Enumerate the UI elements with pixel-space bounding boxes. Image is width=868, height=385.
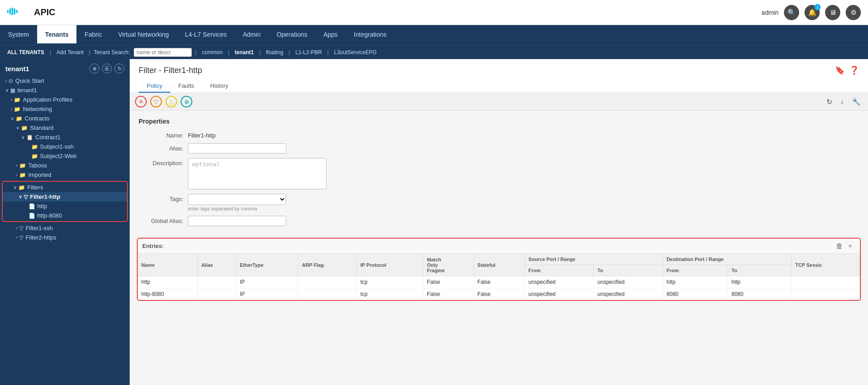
sidebar-item-label: http-8080: [38, 212, 62, 219]
name-value: Filter1-http: [188, 130, 216, 139]
monitor-button[interactable]: 🖥: [825, 5, 840, 20]
search-button[interactable]: 🔍: [784, 5, 799, 20]
sidebar-item-http-8080[interactable]: 📄 http-8080: [3, 211, 127, 220]
help-icon[interactable]: ❓: [849, 65, 859, 75]
filter-icon: ▽: [19, 235, 23, 241]
form-row-global-alias: Global Alias:: [139, 216, 859, 226]
nav-integrations[interactable]: Integrations: [346, 25, 394, 45]
tenant-icon: ▦: [10, 87, 15, 94]
cell-ethertype: IP: [236, 276, 298, 288]
sidebar-item-imported[interactable]: › 📁 Imported: [0, 170, 130, 180]
nav-admin[interactable]: Admin: [235, 25, 269, 45]
sidebar-icon-add[interactable]: ⊕: [89, 64, 99, 73]
settings-button[interactable]: ⚙: [846, 5, 861, 20]
entries-table: Name Alias EtherType ARP Flag IP Protoco…: [138, 254, 860, 300]
folder-icon: 📁: [18, 184, 25, 191]
sidebar-item-contract1[interactable]: ∨ 📋 Contract1: [0, 133, 130, 142]
chevron-icon: ›: [16, 163, 17, 168]
chevron-icon: ∨: [19, 194, 22, 199]
entries-delete-button[interactable]: 🗑: [834, 242, 845, 250]
sidebar-item-taboos[interactable]: › 📁 Taboos: [0, 161, 130, 170]
cell-match-only: False: [423, 288, 474, 300]
tags-select[interactable]: [188, 194, 286, 205]
toolbar: ✕ ▽ △ ⊕ ↻ ↓ 🔧: [130, 93, 868, 111]
header-right: admin 🔍 🔔 1 🖥 ⚙: [762, 5, 861, 20]
nav-tenants[interactable]: Tenants: [37, 25, 77, 45]
description-label: Description:: [139, 158, 188, 167]
folder-icon: 📁: [31, 153, 38, 159]
bookmark-icon[interactable]: 🔖: [835, 65, 845, 75]
toolbar-btn-red[interactable]: ✕: [135, 96, 147, 107]
col-sub-src-from: From: [525, 265, 594, 276]
sidebar-header: tenant1 ⊕ ☰ ↻: [0, 59, 130, 76]
col-sub-dst-from: From: [663, 265, 728, 276]
sidebar-item-tenant1[interactable]: ∨ ▦ tenant1: [0, 86, 130, 95]
tenant-l1-l2-pbr[interactable]: L1-L2-PBR: [293, 49, 323, 56]
col-header-tcp-session: TCP Sessic: [792, 254, 860, 276]
sidebar-item-app-profiles[interactable]: › 📁 Application Profiles: [0, 95, 130, 104]
col-sub-dst-to: To: [728, 265, 792, 276]
nav-operations[interactable]: Operations: [269, 25, 315, 45]
sidebar-icon-list[interactable]: ☰: [102, 64, 112, 73]
sidebar-item-filters[interactable]: ∨ 📁 Filters: [3, 183, 127, 192]
description-textarea[interactable]: optional: [188, 158, 326, 189]
sidebar-icons: ⊕ ☰ ↻: [89, 64, 124, 73]
sidebar-item-label: Filters: [27, 184, 43, 191]
sidebar-item-networking[interactable]: › 📁 Networking: [0, 104, 130, 114]
notifications-button[interactable]: 🔔 1: [804, 5, 820, 20]
download-button[interactable]: ↓: [838, 97, 846, 107]
toolbar-btn-yellow[interactable]: △: [165, 96, 177, 107]
nav-apps[interactable]: Apps: [315, 25, 346, 45]
sidebar-item-label: Subject2-Web: [40, 153, 76, 159]
sidebar-item-subject2-web[interactable]: 📁 Subject2-Web: [0, 151, 130, 161]
cell-stateful: False: [474, 276, 525, 288]
global-alias-label: Global Alias:: [139, 216, 188, 224]
sidebar-item-filter1-http[interactable]: ∨ ▽ Filter1-http: [3, 192, 127, 201]
tab-faults[interactable]: Faults: [170, 80, 202, 93]
tenant-common[interactable]: common: [200, 49, 224, 56]
filter-icon: ▽: [24, 194, 28, 200]
cell-tcp-session: [792, 288, 860, 300]
sidebar-item-contracts[interactable]: ∨ 📁 Contracts: [0, 114, 130, 123]
sidebar-item-filter1-ssh[interactable]: › ▽ Filter1-ssh: [0, 223, 130, 233]
folder-icon: 📁: [14, 97, 21, 103]
refresh-button[interactable]: ↻: [825, 97, 834, 107]
all-tenants-link[interactable]: ALL TENANTS: [5, 49, 46, 56]
add-tenant-button[interactable]: Add Tenant: [55, 49, 85, 56]
sidebar-item-subject1-ssh[interactable]: 📁 Subject1-ssh: [0, 142, 130, 151]
svg-rect-3: [14, 8, 15, 14]
nav-virtual-networking[interactable]: Virtual Networking: [110, 25, 177, 45]
svg-rect-0: [7, 10, 8, 13]
sidebar-item-filter2-https[interactable]: › ▽ Filter2-https: [0, 233, 130, 242]
tenant-search-input[interactable]: [134, 48, 192, 57]
global-alias-input[interactable]: [188, 216, 286, 226]
cell-src-to: unspecified: [594, 288, 663, 300]
sidebar-icon-refresh[interactable]: ↻: [114, 64, 124, 73]
nav-system[interactable]: System: [0, 25, 37, 45]
toolbar-right: ↻ ↓ 🔧: [825, 97, 863, 107]
sidebar-item-standard[interactable]: ∨ 📁 Standard: [0, 123, 130, 133]
entries-add-button[interactable]: ＋: [845, 241, 855, 251]
tenant-floating[interactable]: floating: [264, 49, 285, 56]
tags-container: enter tags separated by comma: [188, 194, 286, 211]
chevron-icon: ›: [11, 107, 12, 111]
col-header-alias: Alias: [198, 254, 236, 276]
sidebar-item-label: http: [38, 203, 47, 210]
sidebar-item-quick-start[interactable]: › ⊙ Quick Start: [0, 76, 130, 86]
toolbar-btn-teal[interactable]: ⊕: [181, 96, 192, 107]
tenant-tenant1[interactable]: tenant1: [233, 49, 256, 56]
toolbar-btn-orange[interactable]: ▽: [150, 96, 162, 107]
cell-src-from: unspecified: [525, 288, 594, 300]
alias-input[interactable]: [188, 143, 286, 154]
tenant-l3out[interactable]: L3outServiceEPG: [332, 49, 378, 56]
wrench-button[interactable]: 🔧: [850, 97, 863, 107]
entries-section: Entries: 🗑 ＋ Name Alias EtherType ARP Fl…: [137, 238, 861, 301]
tab-policy[interactable]: Policy: [139, 80, 170, 93]
nav-fabric[interactable]: Fabric: [76, 25, 110, 45]
sidebar-item-http[interactable]: 📄 http: [3, 201, 127, 211]
tab-history[interactable]: History: [202, 80, 236, 93]
cell-dst-to: 8080: [728, 288, 792, 300]
nav-l4-l7[interactable]: L4-L7 Services: [177, 25, 235, 45]
doc-icon: 📄: [29, 203, 35, 210]
cell-dst-to: http: [728, 276, 792, 288]
